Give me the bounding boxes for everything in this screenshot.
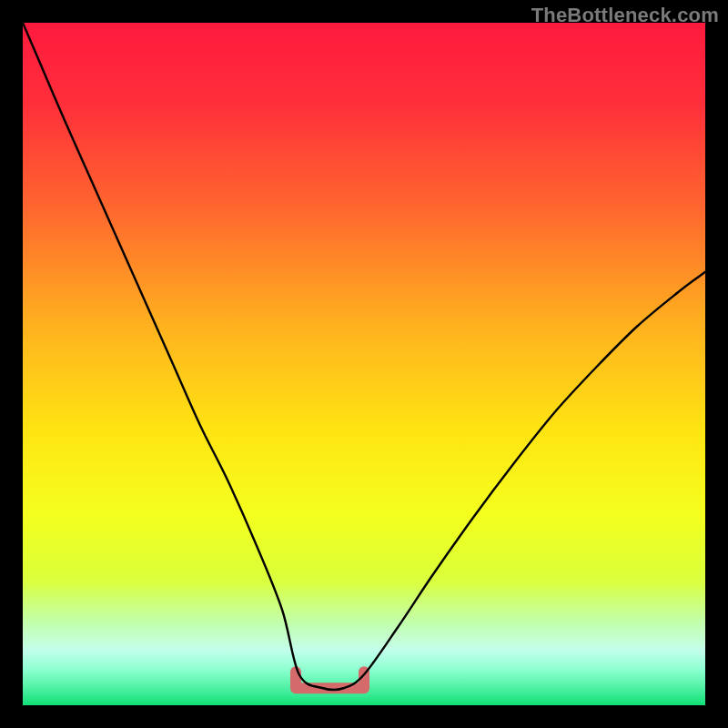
chart-frame: TheBottleneck.com <box>0 0 728 728</box>
chart-svg <box>23 23 705 705</box>
plot-area <box>23 23 705 705</box>
watermark-text: TheBottleneck.com <box>531 4 719 27</box>
